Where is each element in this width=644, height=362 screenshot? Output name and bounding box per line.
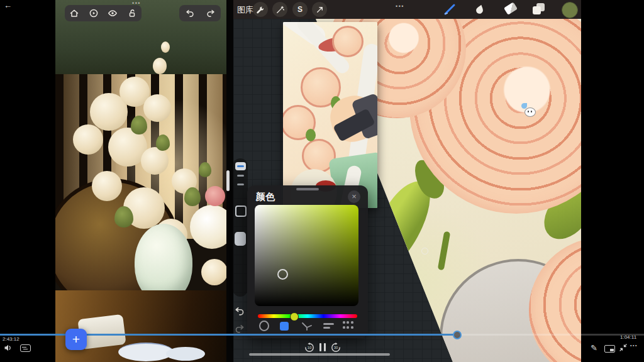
smudge-icon[interactable]	[473, 3, 487, 16]
video-player-frame: •••	[0, 0, 644, 362]
cursor-blue-drop	[521, 103, 527, 109]
painted-rose-bottom-right	[529, 238, 581, 362]
progress-knob[interactable]	[453, 331, 462, 339]
ref-leaf	[306, 129, 316, 141]
danmaku-line	[23, 349, 28, 350]
slider-blue-mark	[237, 165, 244, 167]
pause-bar	[319, 343, 321, 351]
dot-cursor	[421, 248, 428, 255]
leaf	[184, 187, 201, 206]
forward-30-icon[interactable]: 30	[331, 343, 341, 353]
adjustments-wand-icon[interactable]	[272, 2, 287, 17]
flower	[190, 205, 226, 249]
gallery-button[interactable]: 图库	[237, 4, 253, 16]
redo-icon[interactable]	[206, 8, 216, 18]
pause-bar	[324, 343, 326, 351]
danmaku-line	[22, 347, 26, 348]
home-indicator[interactable]	[249, 353, 390, 356]
palette-dot	[343, 321, 345, 324]
player-more-icon[interactable]: •••	[630, 343, 638, 348]
close-glyph: ×	[352, 192, 357, 201]
sidebar-redo-icon[interactable]	[234, 323, 245, 334]
mode-harmony-icon[interactable]	[301, 321, 313, 331]
flower-bud	[153, 58, 167, 74]
slider-tick	[237, 184, 244, 185]
eraser-icon[interactable]	[504, 2, 518, 15]
cursor-eye	[528, 111, 529, 112]
ref-rose	[332, 26, 364, 57]
back-button[interactable]: ←	[4, 1, 12, 10]
flower-bud	[161, 41, 170, 53]
slider-tick	[237, 175, 244, 177]
saturation-brightness-square[interactable]	[255, 205, 358, 306]
add-note-button[interactable]: +	[65, 329, 87, 350]
palette-dot	[351, 321, 353, 324]
rewind-number: 10	[304, 346, 314, 349]
brush-companion-cursor	[525, 107, 536, 117]
opacity-slider-handle[interactable]	[235, 232, 246, 246]
forward-number: 30	[331, 346, 341, 349]
color-panel: 颜色 ×	[247, 185, 368, 338]
plus-glyph: +	[72, 332, 80, 347]
color-panel-title: 颜色	[256, 191, 275, 203]
value-bar	[323, 323, 334, 325]
volume-icon[interactable]	[4, 344, 13, 352]
panel-drag-handle[interactable]	[296, 188, 319, 190]
home-icon[interactable]	[69, 8, 79, 18]
unlock-icon[interactable]	[127, 8, 137, 18]
selection-icon[interactable]: S	[292, 2, 308, 17]
value-bar	[323, 327, 330, 329]
remaining-time: 1:04:11	[620, 334, 636, 340]
mode-disc-icon[interactable]	[259, 321, 269, 331]
split-divider-handle[interactable]	[226, 170, 230, 191]
leaf	[114, 206, 133, 228]
picture-in-picture-icon[interactable]	[604, 345, 615, 353]
procreate-sidebar	[233, 158, 248, 297]
color-swatch[interactable]	[562, 2, 578, 18]
cursor-eye	[531, 111, 532, 112]
danmaku-icon[interactable]	[20, 344, 31, 352]
reference-toolbar	[65, 5, 142, 21]
close-icon[interactable]: ×	[348, 190, 360, 203]
play-circle-icon[interactable]	[89, 8, 99, 18]
flower	[92, 171, 122, 201]
palette-dot	[343, 326, 345, 329]
leaf	[199, 162, 211, 177]
layer-front	[533, 6, 541, 14]
flower	[141, 147, 169, 175]
eye-icon[interactable]	[108, 8, 118, 18]
picker-cursor[interactable]	[277, 269, 288, 280]
hue-knob[interactable]	[290, 312, 299, 321]
hue-slider[interactable]	[258, 314, 357, 318]
procreate-toolbar: 图库 S •••	[233, 0, 581, 19]
undo-icon[interactable]	[185, 8, 195, 18]
table-plate	[118, 343, 174, 361]
mode-value-icon[interactable]	[323, 322, 334, 330]
modify-button[interactable]	[235, 206, 247, 217]
layers-icon[interactable]	[533, 3, 545, 16]
transform-arrow-icon[interactable]	[312, 2, 327, 17]
palette-dot	[347, 321, 349, 324]
sidebar-undo-icon[interactable]	[234, 305, 245, 317]
flower	[201, 259, 226, 285]
right-window-handle[interactable]: •••	[396, 3, 404, 9]
mode-palettes-icon[interactable]	[343, 321, 353, 329]
paint-brush-icon[interactable]	[443, 3, 457, 16]
pause-button[interactable]	[319, 343, 326, 351]
leaf	[156, 134, 170, 151]
edit-pencil-icon[interactable]: ✎	[591, 343, 597, 353]
exit-fullscreen-icon[interactable]	[619, 343, 628, 352]
table-cup	[166, 347, 205, 361]
mode-classic-icon[interactable]	[280, 322, 289, 331]
selection-glyph: S	[297, 5, 303, 14]
left-window-handle[interactable]: •••	[132, 0, 141, 6]
reference-photo-app: •••	[55, 0, 226, 362]
brush-size-slider-handle[interactable]	[235, 162, 246, 170]
rewind-10-icon[interactable]: 10	[304, 343, 314, 353]
palette-dot	[347, 326, 349, 329]
flower	[73, 124, 103, 155]
flower	[143, 94, 171, 122]
pink-flower	[205, 186, 225, 206]
reference-image-window[interactable]	[283, 22, 377, 208]
actions-wrench-icon[interactable]	[253, 2, 268, 17]
